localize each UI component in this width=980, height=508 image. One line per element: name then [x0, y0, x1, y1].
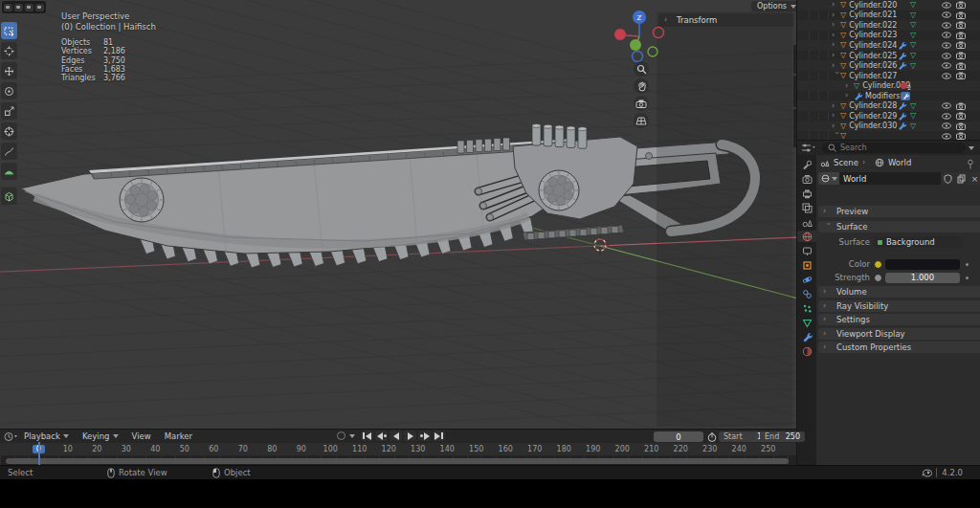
outliner-row[interactable]: › › ▽ ▽ Cylinder.023 ▽ — [797, 31, 980, 41]
properties-editor-icon[interactable] — [801, 143, 816, 153]
collapsed-panel-header[interactable]: › Viewport Display — [818, 328, 980, 340]
outliner-row[interactable]: › › ▽ ▽ Cylinder.024 ▽ — [797, 40, 980, 51]
next-keyframe-button[interactable] — [418, 431, 431, 441]
measure-tool[interactable] — [1, 163, 17, 180]
color-swatch-field[interactable] — [885, 259, 960, 270]
surface-panel-header[interactable]: › Surface — [818, 221, 980, 232]
current-frame-field[interactable]: 0 — [654, 431, 703, 442]
tab-object[interactable] — [799, 245, 814, 256]
render-camera-icon[interactable] — [956, 32, 966, 39]
select-box-tool[interactable] — [1, 22, 17, 39]
options-button[interactable]: Options — [751, 1, 796, 11]
tab-tool[interactable] — [799, 159, 814, 170]
tab-object-data[interactable] — [799, 317, 814, 328]
pin-icon[interactable] — [966, 159, 975, 169]
hide-eye-icon[interactable] — [942, 2, 951, 9]
tab-modifiers[interactable] — [799, 331, 814, 342]
axis-x-ball[interactable] — [614, 29, 626, 40]
unlink-close-icon[interactable]: × — [969, 172, 980, 185]
outliner-row[interactable]: › › ▽ ▽ Cylinder.021 ▽ — [797, 11, 980, 21]
outliner-row[interactable]: › › ▽ ▽ Cylinder.022 ▽ — [797, 20, 980, 31]
chevron-right-icon[interactable]: › — [832, 112, 840, 120]
frame-end-field[interactable]: End250 — [760, 431, 805, 442]
3d-viewport[interactable]: Options User Perspective (0) Collection … — [0, 0, 796, 429]
tab-output[interactable] — [799, 188, 814, 199]
outliner-row[interactable]: › › ▽ ▽ Cylinder.029 ▽ 2 — [797, 80, 980, 91]
outliner-row[interactable]: › › ▽ ▽ Cylinder.027 ▽ — [797, 71, 980, 81]
datablock-name-field[interactable]: World — [839, 172, 941, 185]
preview-range-stopwatch-icon[interactable] — [707, 432, 717, 442]
render-camera-icon[interactable] — [956, 122, 966, 130]
chevron-right-icon[interactable]: › — [832, 62, 840, 70]
timeline-menu[interactable]: View — [125, 431, 158, 441]
hide-eye-icon[interactable] — [942, 22, 951, 29]
animate-dot[interactable] — [966, 263, 969, 266]
datablock-browse-button[interactable] — [818, 172, 839, 185]
jump-to-start-button[interactable] — [361, 431, 373, 441]
play-button[interactable] — [404, 431, 416, 441]
chevron-right-icon[interactable]: › — [832, 11, 840, 19]
hide-eye-icon[interactable] — [942, 42, 951, 49]
select-mode-icon[interactable] — [4, 4, 12, 11]
tab-world[interactable] — [797, 231, 816, 242]
transform-panel-header[interactable]: › Transform — [658, 13, 796, 27]
timeline-menu[interactable]: Keying — [76, 431, 125, 441]
auto-keying-icon[interactable] — [337, 431, 345, 440]
search-input[interactable]: Search — [822, 143, 966, 153]
add-cube-tool[interactable] — [1, 188, 17, 205]
tab-physics[interactable] — [799, 274, 814, 285]
play-reverse-button[interactable] — [390, 431, 402, 441]
breadcrumb-scene[interactable]: Scene — [834, 158, 858, 167]
outliner-row[interactable]: › › ▽ ▽ Cylinder.025 ▽ — [797, 51, 980, 61]
horizontal-scrollbar[interactable] — [6, 458, 789, 464]
chainsaw-sword-model[interactable] — [21, 124, 755, 268]
timeline-menu[interactable]: Marker — [158, 431, 199, 441]
render-camera-icon[interactable] — [956, 1, 966, 9]
outliner-row[interactable]: › › ▽ ▽ Cylinder.020 ▽ — [797, 0, 980, 11]
pan-hand-icon[interactable] — [634, 78, 649, 94]
tab-particles[interactable] — [799, 302, 814, 314]
hide-eye-icon[interactable] — [942, 53, 951, 59]
outliner-row[interactable]: › › ▽ ▽ Cylinder.030 ▽ — [797, 121, 980, 132]
render-camera-icon[interactable] — [956, 52, 966, 59]
axis-y-ball[interactable] — [630, 39, 641, 51]
render-camera-icon[interactable] — [956, 72, 966, 79]
copy-icon[interactable] — [955, 172, 968, 185]
chevron-down-icon[interactable]: › — [833, 72, 840, 80]
chevron-right-icon[interactable]: › — [845, 92, 854, 99]
move-tool[interactable] — [1, 62, 17, 79]
tab-constraints[interactable] — [799, 288, 814, 299]
render-camera-icon[interactable] — [956, 41, 966, 49]
hide-eye-icon[interactable] — [942, 113, 951, 120]
hide-eye-icon[interactable] — [942, 32, 951, 38]
transform-tool[interactable] — [1, 122, 17, 140]
tab-object-properties[interactable] — [799, 259, 814, 271]
perspective-toggle-icon[interactable] — [634, 113, 649, 128]
hide-eye-icon[interactable] — [942, 122, 951, 129]
render-camera-icon[interactable] — [956, 102, 966, 110]
render-camera-icon[interactable] — [956, 21, 966, 29]
hide-eye-icon[interactable] — [942, 102, 951, 109]
shading-icon[interactable] — [25, 4, 33, 11]
chevron-right-icon[interactable]: › — [832, 21, 840, 29]
tab-render[interactable] — [799, 173, 814, 185]
breadcrumb-world[interactable]: World — [888, 158, 911, 167]
tab-view-layer[interactable] — [799, 202, 814, 213]
collapsed-panel-header[interactable]: › Volume — [818, 286, 980, 298]
strength-slider[interactable]: 1.000 — [885, 273, 960, 283]
axis-y-negative-ball[interactable] — [648, 47, 657, 56]
outliner-row[interactable]: › › ▽ ▽ ▽ — [797, 131, 980, 140]
outliner-row[interactable]: › › ▽ ▽ Cylinder.026 ▽ — [797, 60, 980, 71]
scale-tool[interactable] — [1, 102, 17, 120]
timeline-menu[interactable]: Playback — [17, 431, 76, 441]
render-camera-icon[interactable] — [956, 112, 966, 120]
cursor-tool[interactable] — [1, 42, 17, 59]
render-camera-icon[interactable] — [956, 62, 966, 70]
camera-view-icon[interactable] — [634, 96, 649, 111]
tab-scene[interactable] — [799, 216, 814, 228]
mode-icon[interactable] — [14, 4, 23, 11]
hide-eye-icon[interactable] — [942, 62, 951, 69]
chevron-right-icon[interactable]: › — [832, 41, 840, 49]
hide-eye-icon[interactable] — [942, 73, 951, 79]
timeline-editor-icon[interactable] — [4, 431, 17, 442]
